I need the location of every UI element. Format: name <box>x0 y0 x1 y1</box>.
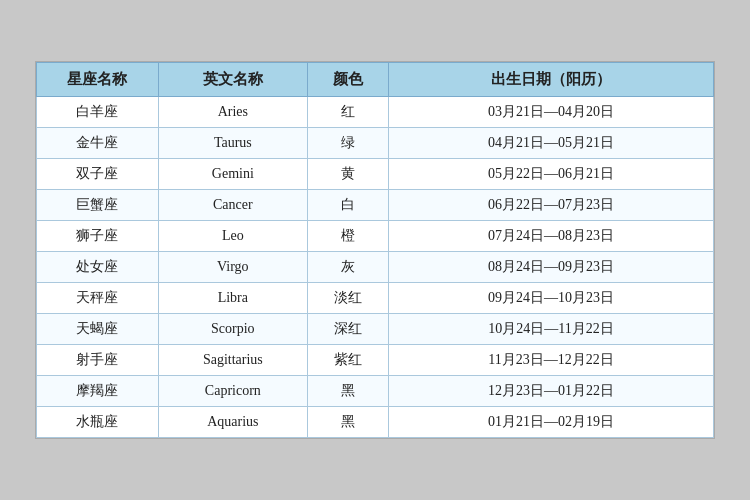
cell-en: Gemini <box>158 159 307 190</box>
cell-zh: 狮子座 <box>37 221 159 252</box>
table-row: 白羊座Aries红03月21日—04月20日 <box>37 97 714 128</box>
table-row: 处女座Virgo灰08月24日—09月23日 <box>37 252 714 283</box>
table-row: 摩羯座Capricorn黑12月23日—01月22日 <box>37 376 714 407</box>
table-row: 天秤座Libra淡红09月24日—10月23日 <box>37 283 714 314</box>
header-color: 颜色 <box>307 63 388 97</box>
cell-zh: 双子座 <box>37 159 159 190</box>
cell-en: Aquarius <box>158 407 307 438</box>
cell-zh: 金牛座 <box>37 128 159 159</box>
cell-en: Aries <box>158 97 307 128</box>
cell-color: 绿 <box>307 128 388 159</box>
zodiac-table-container: 星座名称 英文名称 颜色 出生日期（阳历） 白羊座Aries红03月21日—04… <box>35 61 715 439</box>
cell-color: 黄 <box>307 159 388 190</box>
table-row: 射手座Sagittarius紫红11月23日—12月22日 <box>37 345 714 376</box>
header-en: 英文名称 <box>158 63 307 97</box>
cell-en: Sagittarius <box>158 345 307 376</box>
cell-date: 10月24日—11月22日 <box>389 314 714 345</box>
cell-color: 黑 <box>307 376 388 407</box>
table-row: 巨蟹座Cancer白06月22日—07月23日 <box>37 190 714 221</box>
cell-en: Cancer <box>158 190 307 221</box>
table-row: 天蝎座Scorpio深红10月24日—11月22日 <box>37 314 714 345</box>
cell-date: 09月24日—10月23日 <box>389 283 714 314</box>
cell-date: 05月22日—06月21日 <box>389 159 714 190</box>
cell-en: Capricorn <box>158 376 307 407</box>
cell-color: 红 <box>307 97 388 128</box>
cell-zh: 天秤座 <box>37 283 159 314</box>
table-header-row: 星座名称 英文名称 颜色 出生日期（阳历） <box>37 63 714 97</box>
cell-color: 紫红 <box>307 345 388 376</box>
table-row: 双子座Gemini黄05月22日—06月21日 <box>37 159 714 190</box>
table-row: 狮子座Leo橙07月24日—08月23日 <box>37 221 714 252</box>
zodiac-table: 星座名称 英文名称 颜色 出生日期（阳历） 白羊座Aries红03月21日—04… <box>36 62 714 438</box>
cell-color: 橙 <box>307 221 388 252</box>
cell-date: 11月23日—12月22日 <box>389 345 714 376</box>
cell-color: 灰 <box>307 252 388 283</box>
cell-zh: 摩羯座 <box>37 376 159 407</box>
cell-color: 白 <box>307 190 388 221</box>
header-date: 出生日期（阳历） <box>389 63 714 97</box>
cell-en: Virgo <box>158 252 307 283</box>
table-body: 白羊座Aries红03月21日—04月20日金牛座Taurus绿04月21日—0… <box>37 97 714 438</box>
cell-zh: 白羊座 <box>37 97 159 128</box>
cell-zh: 巨蟹座 <box>37 190 159 221</box>
cell-date: 04月21日—05月21日 <box>389 128 714 159</box>
table-row: 水瓶座Aquarius黑01月21日—02月19日 <box>37 407 714 438</box>
cell-zh: 水瓶座 <box>37 407 159 438</box>
cell-date: 06月22日—07月23日 <box>389 190 714 221</box>
cell-en: Libra <box>158 283 307 314</box>
cell-date: 01月21日—02月19日 <box>389 407 714 438</box>
cell-en: Taurus <box>158 128 307 159</box>
cell-zh: 处女座 <box>37 252 159 283</box>
cell-color: 黑 <box>307 407 388 438</box>
cell-zh: 射手座 <box>37 345 159 376</box>
cell-en: Scorpio <box>158 314 307 345</box>
header-zh: 星座名称 <box>37 63 159 97</box>
cell-zh: 天蝎座 <box>37 314 159 345</box>
cell-date: 07月24日—08月23日 <box>389 221 714 252</box>
cell-date: 08月24日—09月23日 <box>389 252 714 283</box>
cell-color: 淡红 <box>307 283 388 314</box>
cell-date: 12月23日—01月22日 <box>389 376 714 407</box>
cell-en: Leo <box>158 221 307 252</box>
cell-date: 03月21日—04月20日 <box>389 97 714 128</box>
table-row: 金牛座Taurus绿04月21日—05月21日 <box>37 128 714 159</box>
cell-color: 深红 <box>307 314 388 345</box>
